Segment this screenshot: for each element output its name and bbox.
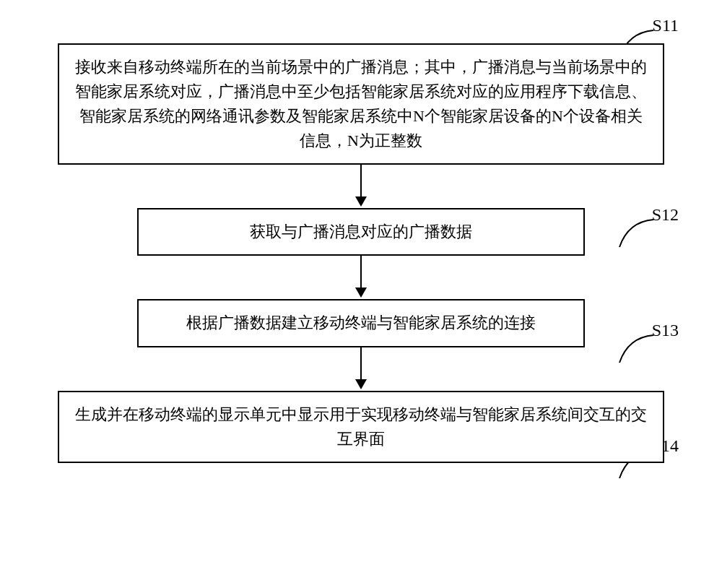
- arrow-2: [58, 256, 664, 299]
- step-box-3: 根据广播数据建立移动终端与智能家居系统的连接: [137, 299, 585, 347]
- step-text-1: 接收来自移动终端所在的当前场景中的广播消息；其中，广播消息与当前场景中的智能家居…: [75, 58, 647, 150]
- step-text-4: 生成并在移动终端的显示单元中显示用于实现移动终端与智能家居系统间交互的交互界面: [75, 405, 647, 448]
- flowchart: 接收来自移动终端所在的当前场景中的广播消息；其中，广播消息与当前场景中的智能家居…: [58, 43, 664, 463]
- step-text-2: 获取与广播消息对应的广播数据: [250, 222, 472, 241]
- step-box-2: 获取与广播消息对应的广播数据: [137, 208, 585, 256]
- arrow-1: [58, 165, 664, 208]
- step-text-3: 根据广播数据建立移动终端与智能家居系统的连接: [186, 314, 536, 332]
- step-box-4: 生成并在移动终端的显示单元中显示用于实现移动终端与智能家居系统间交互的交互界面: [58, 391, 664, 463]
- arrow-3: [58, 347, 664, 391]
- step-label-s11: S11: [653, 16, 679, 35]
- step-box-1: 接收来自移动终端所在的当前场景中的广播消息；其中，广播消息与当前场景中的智能家居…: [58, 43, 664, 165]
